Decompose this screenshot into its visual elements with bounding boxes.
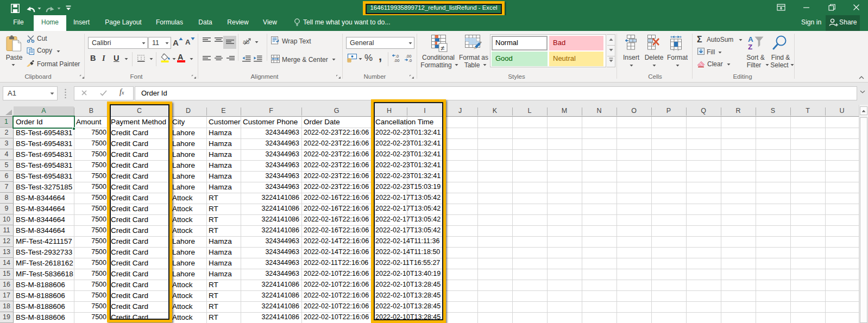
svg-text:ab: ab <box>243 39 249 45</box>
svg-text:.0: .0 <box>408 58 412 62</box>
svg-text:A: A <box>748 35 753 43</box>
svg-text:Z: Z <box>748 43 752 51</box>
svg-text:.00: .00 <box>394 58 399 62</box>
svg-text:≠: ≠ <box>441 44 444 52</box>
